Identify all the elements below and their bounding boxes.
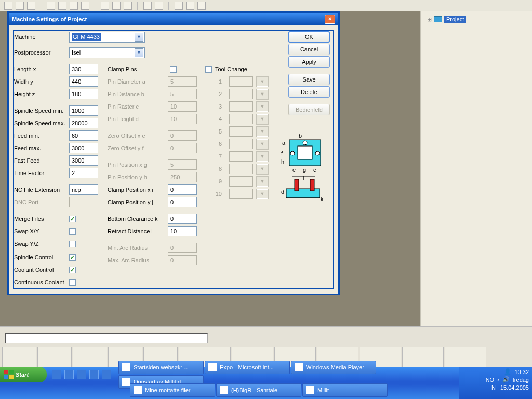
toolbar-icon[interactable] bbox=[27, 2, 35, 10]
toolbar-icon[interactable] bbox=[143, 2, 152, 10]
task-icon bbox=[220, 386, 228, 394]
toolbar-icon[interactable] bbox=[101, 2, 109, 10]
slot-input bbox=[229, 89, 253, 99]
maxarc-label: Max. Arc Radius bbox=[108, 257, 165, 263]
status-input[interactable] bbox=[5, 333, 208, 343]
cpx-input[interactable] bbox=[168, 184, 197, 195]
ssmin-input[interactable] bbox=[69, 105, 98, 116]
svg-rect-14 bbox=[310, 179, 314, 191]
toolbar-icon[interactable] bbox=[4, 2, 12, 10]
feedmin-input[interactable] bbox=[69, 130, 98, 141]
postproc-label: Postprocessor bbox=[14, 49, 66, 56]
taskbar-task[interactable]: Expo - Microsoft Int... bbox=[205, 361, 290, 374]
spctrl-label: Spindle Control bbox=[14, 254, 66, 260]
start-button[interactable]: Start bbox=[0, 367, 47, 382]
postproc-value: Isel bbox=[72, 49, 81, 56]
toolbar-icon[interactable] bbox=[58, 2, 66, 10]
toolbar-icon[interactable] bbox=[175, 2, 183, 10]
maxarc-input bbox=[168, 255, 197, 265]
svg-rect-1 bbox=[298, 146, 312, 159]
task-icon bbox=[134, 386, 142, 394]
slot-label: 1 bbox=[205, 78, 226, 85]
feedmax-input[interactable] bbox=[69, 143, 98, 153]
slot-combo: ▼ bbox=[256, 164, 269, 175]
delete-button[interactable]: Delete bbox=[288, 86, 330, 98]
minarc-input bbox=[168, 243, 197, 253]
start-label: Start bbox=[16, 371, 29, 378]
toolbar-icon[interactable] bbox=[124, 2, 132, 10]
ssmax-input[interactable] bbox=[69, 118, 98, 128]
slot-label: 9 bbox=[205, 178, 226, 184]
taskbar-tasks-row2: Mine mottatte filer(H)BigR - SamtaleMill… bbox=[128, 382, 459, 398]
lengthx-input[interactable] bbox=[69, 64, 98, 74]
fastfeed-input[interactable] bbox=[69, 155, 98, 166]
toolbar-icon[interactable] bbox=[197, 2, 206, 10]
botk-input[interactable] bbox=[168, 214, 197, 224]
task-label: Mine mottatte filer bbox=[145, 387, 190, 393]
svg-point-2 bbox=[290, 151, 295, 155]
save-button[interactable]: Save bbox=[288, 74, 330, 85]
toolbar-icon[interactable] bbox=[186, 2, 194, 10]
slot-input bbox=[229, 151, 253, 162]
spctrl-checkbox[interactable]: ✓ bbox=[69, 254, 76, 261]
toolbar-icon[interactable] bbox=[47, 2, 55, 10]
ppy-input bbox=[168, 172, 197, 182]
toolbar-icon[interactable] bbox=[112, 2, 121, 10]
slot-combo: ▼ bbox=[256, 139, 269, 150]
toolbar-icon[interactable] bbox=[81, 2, 89, 10]
contcool-checkbox[interactable] bbox=[69, 279, 76, 286]
ie-icon[interactable] bbox=[52, 370, 61, 379]
taskbar-task[interactable]: (H)BigR - Samtale bbox=[216, 383, 301, 397]
postproc-combo[interactable]: Isel ▼ bbox=[69, 47, 145, 58]
minarc-label: Min. Arc Radius bbox=[108, 245, 165, 251]
close-button[interactable]: × bbox=[325, 15, 335, 24]
cpy-input[interactable] bbox=[168, 197, 197, 207]
coolctrl-checkbox[interactable]: ✓ bbox=[69, 267, 76, 273]
ok-button[interactable]: OK bbox=[288, 31, 330, 43]
lengthx-label: Length x bbox=[14, 66, 66, 72]
ncext-input[interactable] bbox=[69, 184, 98, 195]
svg-point-3 bbox=[315, 151, 320, 155]
svg-text:b: b bbox=[299, 132, 302, 139]
cancel-button[interactable]: Cancel bbox=[288, 44, 330, 55]
swapyz-checkbox[interactable] bbox=[69, 241, 76, 247]
feedmax-label: Feed max. bbox=[14, 145, 66, 151]
taskbar-task[interactable]: Startsiden websøk: ... bbox=[118, 361, 204, 374]
tree-root[interactable]: ⊞ Project bbox=[424, 15, 529, 24]
chevron-down-icon: ▼ bbox=[135, 48, 143, 57]
toolbar-icon[interactable] bbox=[70, 2, 78, 10]
task-label: (H)BigR - Samtale bbox=[231, 387, 277, 393]
desktop-icon[interactable] bbox=[64, 370, 74, 379]
toolbar-icon[interactable] bbox=[16, 2, 24, 10]
app-icon[interactable] bbox=[102, 370, 111, 379]
lang-indicator[interactable]: NO bbox=[486, 377, 495, 383]
apply-button[interactable]: Apply bbox=[288, 56, 330, 68]
app-toolbar bbox=[0, 0, 532, 11]
ppx-input bbox=[168, 159, 197, 170]
timefactor-input[interactable] bbox=[69, 168, 98, 178]
system-tray[interactable]: 👤10:32 NO‹🔊fredag N15.04.2005 bbox=[459, 367, 532, 399]
taskbar-task[interactable]: Windows Media Player bbox=[291, 361, 376, 374]
svg-text:a: a bbox=[282, 140, 286, 146]
clock-time: 10:32 bbox=[514, 369, 529, 375]
clamppins-checkbox[interactable] bbox=[170, 66, 177, 73]
taskbar-task[interactable]: Mine mottatte filer bbox=[130, 383, 215, 397]
botk-label: Bottom Clearance k bbox=[108, 216, 165, 222]
retl-input[interactable] bbox=[168, 226, 197, 236]
pinh-label: Pin Height d bbox=[108, 116, 165, 122]
explorer-icon[interactable] bbox=[77, 370, 86, 379]
heightz-input[interactable] bbox=[69, 89, 98, 99]
widthy-input[interactable] bbox=[69, 76, 98, 87]
media-icon[interactable] bbox=[89, 370, 99, 379]
swapxy-checkbox[interactable] bbox=[69, 228, 76, 235]
merge-checkbox[interactable]: ✓ bbox=[69, 216, 76, 222]
toolchange-checkbox[interactable] bbox=[205, 66, 212, 73]
slot-combo: ▼ bbox=[256, 189, 269, 200]
toolbar-icon[interactable] bbox=[155, 2, 163, 10]
zox-input bbox=[168, 130, 197, 141]
taskbar-task[interactable]: Millit bbox=[302, 383, 388, 397]
chevron-icon: ⊞ bbox=[427, 16, 432, 23]
pindist-label: Pin Distance b bbox=[108, 91, 165, 97]
dialog-titlebar[interactable]: Machine Settings of Project × bbox=[9, 13, 338, 25]
machine-combo[interactable]: GFM 4433 ▼ bbox=[69, 32, 145, 43]
